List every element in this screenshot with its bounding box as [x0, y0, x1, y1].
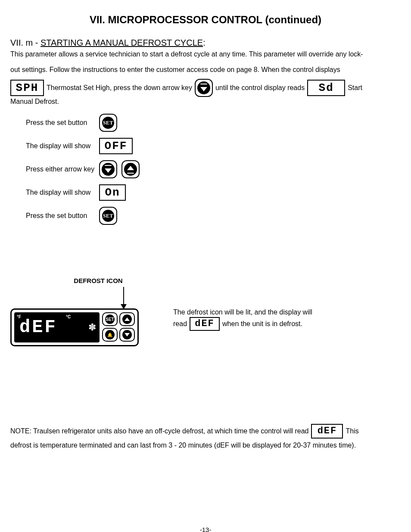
step-5: Press the set button SET [26, 207, 401, 225]
step-4: The display will show On [26, 184, 401, 201]
control-panel: °F °C dEF ✽ SET 🔔 [10, 308, 139, 346]
defrost-text-read: read [173, 319, 187, 329]
step-1: Press the set button SET [26, 114, 401, 132]
display-sd: Sd [307, 80, 345, 96]
steps-list: Press the set button SET The display wil… [26, 114, 401, 225]
lcd-text: dEF [19, 315, 57, 340]
intro-text-1: This parameter allows a service technici… [10, 50, 401, 59]
step-label: Press the set button [26, 118, 95, 128]
section-colon: : [203, 38, 206, 47]
set-button: SET [99, 207, 117, 225]
down-arrow-icon [197, 81, 210, 94]
text-start: Start [348, 83, 362, 93]
unit-celsius: °C [66, 314, 71, 320]
text-until-display-reads: until the control display reads [215, 83, 305, 93]
step-2: The display will show OFF [26, 138, 401, 154]
step-label: The display will show [26, 188, 95, 197]
lcd-display: °F °C dEF ✽ [14, 312, 100, 342]
section-heading: VII. m - STARTING A MANUAL DEFROST CYCLE… [10, 37, 401, 49]
defrost-text-rest: when the unit is in defrost. [222, 319, 302, 329]
bell-icon: 🔔 [105, 330, 115, 339]
panel-mute-button: 🔔 [102, 328, 118, 342]
down-arrow-button [99, 160, 117, 178]
page-number: -13- [10, 526, 401, 532]
defrost-text-line1: The defrost icon will be lit, and the di… [173, 308, 312, 317]
defrost-section: DEFROST ICON °F °C dEF ✽ SET 🔔 The defro… [10, 277, 401, 346]
down-arrow-icon [102, 163, 115, 176]
note-block: NOTE: Traulsen refrigerator units also h… [10, 424, 401, 452]
step-3: Press either arrow key [26, 160, 401, 178]
display-def-note: dEF [311, 424, 343, 439]
set-icon: SET [102, 210, 114, 222]
up-arrow-icon [124, 163, 137, 176]
set-icon: SET [102, 117, 114, 129]
panel-buttons: SET 🔔 [102, 312, 135, 342]
down-arrow-button [195, 79, 213, 97]
text-manual-defrost: Manual Defrost. [10, 97, 401, 106]
snowflake-icon: ✽ [88, 321, 96, 334]
defrost-side-text: The defrost icon will be lit, and the di… [173, 308, 312, 331]
page-title: VII. MICROPROCESSOR CONTROL (continued) [10, 13, 401, 27]
step-label: Press the set button [26, 211, 95, 221]
text-thermostat-set-high: Thermostat Set High, press the down arro… [47, 83, 192, 93]
up-arrow-icon [122, 314, 132, 324]
pointer-arrow-icon [109, 287, 139, 309]
instruction-line-3: SPH Thermostat Set High, press the down … [10, 79, 401, 97]
defrost-caption: DEFROST ICON [10, 277, 139, 285]
section-prefix: VII. m - [10, 38, 40, 47]
set-button: SET [99, 114, 117, 132]
panel-set-button: SET [102, 312, 118, 326]
display-on: On [99, 184, 126, 201]
display-sph: SPH [10, 80, 44, 96]
set-icon: SET [105, 314, 115, 324]
down-arrow-icon [122, 330, 132, 339]
intro-text-2: out settings. Follow the instructions to… [10, 65, 401, 75]
panel-down-button [119, 328, 135, 342]
display-def-inline: dEF [190, 317, 220, 331]
step-label: The display will show [26, 141, 95, 151]
note-line1-pre: NOTE: Traulsen refrigerator units also h… [10, 424, 308, 438]
step-label: Press either arrow key [26, 165, 95, 174]
note-line1-post: This [346, 424, 358, 438]
section-heading-text: STARTING A MANUAL DEFROST CYCLE [40, 38, 203, 47]
display-off: OFF [99, 138, 133, 154]
up-arrow-button [121, 160, 140, 178]
unit-fahrenheit: °F [17, 314, 21, 320]
panel-up-button [119, 312, 135, 326]
note-line2: defrost is temperature terminated and ca… [10, 439, 401, 452]
defrost-diagram: DEFROST ICON °F °C dEF ✽ SET 🔔 [10, 277, 139, 346]
